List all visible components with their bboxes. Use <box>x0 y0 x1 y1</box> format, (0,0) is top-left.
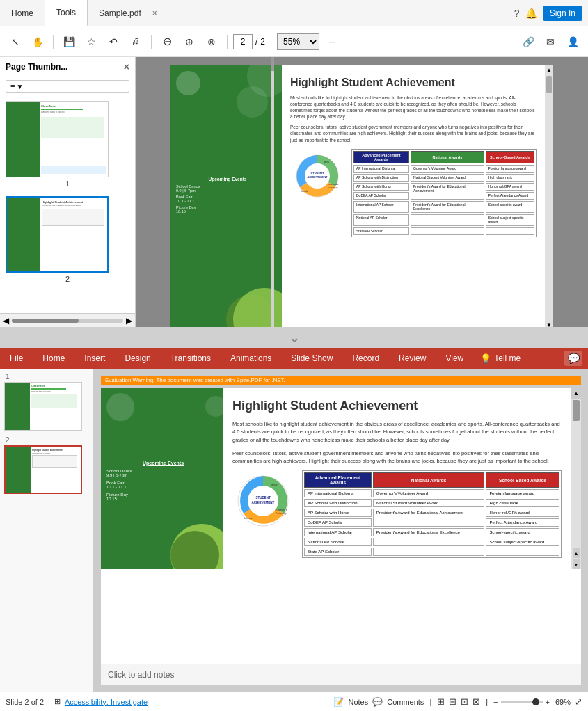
comments-status-icon[interactable]: 💬 <box>372 697 383 707</box>
print-button[interactable]: 🖨 <box>126 32 145 51</box>
thumbnail-item-1[interactable]: Class News Welcome Back to School 1 <box>6 101 129 188</box>
ppt-thumb-2[interactable]: 2 Highlight Student Achievement Most sch… <box>4 436 89 494</box>
tab-home[interactable]: Home <box>0 0 45 26</box>
thumb-green-bar-2 <box>7 198 40 271</box>
tell-me-section[interactable]: 💡 Tell me <box>473 353 527 364</box>
share-link-button[interactable]: 🔗 <box>518 32 538 51</box>
thumbnail-list: Class News Welcome Back to School 1 <box>0 95 135 313</box>
bookmark-button[interactable]: ☆ <box>81 32 101 51</box>
fit-window-icon[interactable]: ⤢ <box>575 696 582 707</box>
ppt-scroll-arrow-down[interactable]: ▼ <box>573 559 580 569</box>
sign-in-button[interactable]: Sign In <box>543 6 582 21</box>
back-button[interactable]: ↶ <box>104 32 123 51</box>
more-tools-button[interactable]: ··· <box>322 32 342 51</box>
toolbar-separator-4 <box>271 35 271 49</box>
ppt-menu-file[interactable]: File <box>0 348 33 369</box>
svg-text:Schools: Schools <box>301 190 308 193</box>
pdf-main-content: Page Thumbn... × ≡ ▼ Class News Welcome … <box>0 57 588 327</box>
ppt-menu-transitions[interactable]: Transitions <box>161 348 221 369</box>
ppt-right-scrollbar[interactable]: ▲ ▲ ▼ <box>571 388 581 569</box>
hand-tool-button[interactable]: ✋ <box>28 32 47 51</box>
tell-me-label: Tell me <box>494 353 521 363</box>
zoom-in-icon[interactable]: + <box>546 698 550 706</box>
tab-tools[interactable]: Tools <box>45 0 88 26</box>
thumbnail-img-1: Class News Welcome Back to School <box>6 101 109 177</box>
pdf-right-scrollbar[interactable]: ▲ ▼ <box>545 65 553 327</box>
ppt-thumb-green-2 <box>6 447 31 493</box>
pdf-scroll-indicator <box>271 57 274 71</box>
svg-text:Partnership: Partnership <box>329 186 338 189</box>
sidebar-scroll-thumb <box>12 319 79 323</box>
view-icon-normal[interactable]: ⊞ <box>437 696 445 707</box>
ppt-chat-button[interactable]: 💬 <box>564 351 582 366</box>
ppt-events-list: School Dance 9.9 | 5-7pm Book Fair 10.1 … <box>106 469 220 501</box>
ppt-event-3: Picture Day 10.15 <box>106 493 220 501</box>
event-3: Picture Day 10.15 <box>176 205 279 214</box>
cursor-tool-button[interactable]: ↖ <box>6 32 25 51</box>
thumbnail-item-2[interactable]: Highlight Student Achievement Most schoo… <box>6 196 129 283</box>
ppt-slide-2: Upcoming Events School Dance 9.9 | 5-7pm… <box>101 388 581 664</box>
status-separator-2: | <box>429 698 431 706</box>
pdf-body-1: Most schools like to highlight student a… <box>290 95 537 120</box>
ppt-scroll-arrow-up[interactable]: ▲ <box>573 548 580 558</box>
table-row-1: AP International Diploma Governor's Volu… <box>353 165 534 173</box>
notes-status-icon[interactable]: 📝 <box>333 697 344 707</box>
ppt-menu-record[interactable]: Record <box>342 348 389 369</box>
sidebar-close-button[interactable]: × <box>124 61 129 72</box>
upcoming-events-body: School Dance 9.9 | 5-7pm Book Fair 10.1 … <box>176 184 279 214</box>
toolbar-separator-3 <box>227 35 228 49</box>
ppt-menu-design[interactable]: Design <box>115 348 160 369</box>
ppt-menu-slide-show[interactable]: Slide Show <box>281 348 342 369</box>
ppt-awards-section: STUDENT ACHIEVEMENT family Networking & … <box>232 470 562 558</box>
page-number-input[interactable] <box>233 34 253 49</box>
zoom-percent-label: 69% <box>555 698 571 706</box>
zoom-out-button[interactable]: ⊖ <box>157 32 177 51</box>
zoom-slider[interactable] <box>501 701 543 703</box>
zoom-out-icon[interactable]: − <box>493 698 498 706</box>
tab-file: Sample.pdf × <box>88 0 514 26</box>
ppt-menu-animations[interactable]: Animations <box>221 348 281 369</box>
view-icon-outline[interactable]: ⊟ <box>449 696 456 707</box>
help-icon[interactable]: ? <box>514 8 520 19</box>
accessibility-status[interactable]: Accessibility: Investigate <box>65 698 148 706</box>
ppt-thumb-1[interactable]: 1 Class News Welcome Back to School <box>4 373 89 431</box>
pdf-content-area[interactable]: Upcoming Events School Dance 9.9 | 5-7pm… <box>136 57 588 327</box>
pdf-scroll-up-icon[interactable]: ▲ <box>545 65 553 74</box>
ppt-menu-home[interactable]: Home <box>33 348 74 369</box>
view-icon-slide[interactable]: ⊠ <box>472 696 480 707</box>
pdf-scroll-down-icon[interactable]: ▼ <box>545 321 553 327</box>
comments-status-label[interactable]: Comments <box>387 698 424 706</box>
pdf-scroll-thumb <box>546 76 552 93</box>
sidebar-scrollbar[interactable]: ◀ ▶ <box>0 313 135 327</box>
ppt-scroll-up-button[interactable]: ▲ <box>571 388 581 399</box>
notes-status-label[interactable]: Notes <box>348 698 368 706</box>
thumbnail-num-1: 1 <box>6 179 129 188</box>
page-navigation: / 2 <box>233 34 265 49</box>
svg-text:ACHIEVEMENT: ACHIEVEMENT <box>307 175 328 179</box>
ppt-event-1: School Dance 9.9 | 5-7pm <box>106 469 220 477</box>
pdf-body-2: Peer counselors, tutors, active student … <box>290 124 537 143</box>
prev-page-button[interactable]: ⊕ <box>180 32 199 51</box>
zoom-select[interactable]: 55% 75% 100% <box>277 33 319 50</box>
save-button[interactable]: 💾 <box>59 32 79 51</box>
sidebar-scroll-right-icon[interactable]: ▶ <box>126 316 132 326</box>
user-button[interactable]: 👤 <box>563 32 582 51</box>
chat-icon: 💬 <box>564 351 582 366</box>
sidebar-scroll-left-icon[interactable]: ◀ <box>3 316 9 326</box>
mail-button[interactable]: ✉ <box>541 32 560 51</box>
ppt-sidebar: 1 Class News Welcome Back to School 2 <box>0 369 94 692</box>
bell-icon[interactable]: 🔔 <box>525 8 537 19</box>
circle-chart-svg: STUDENT ACHIEVEMENT family Networking & … <box>290 149 344 203</box>
svg-text:Schools: Schools <box>244 517 253 520</box>
ppt-body-1: Most schools like to highlight student a… <box>232 420 562 444</box>
ppt-menu-review[interactable]: Review <box>389 348 436 369</box>
sidebar-view-button[interactable]: ≡ ▼ <box>6 80 129 93</box>
ppt-row-1: AP International Diploma Governor's Volu… <box>304 489 559 497</box>
next-page-button[interactable]: ⊗ <box>202 32 221 51</box>
title-right-actions: ? 🔔 Sign In <box>514 6 582 21</box>
close-tab-icon[interactable]: × <box>147 8 163 18</box>
ppt-menu-insert[interactable]: Insert <box>74 348 115 369</box>
ppt-notes-bar[interactable]: Click to add notes <box>101 664 581 685</box>
view-icon-reading[interactable]: ⊡ <box>461 696 468 707</box>
ppt-menu-view[interactable]: View <box>436 348 473 369</box>
